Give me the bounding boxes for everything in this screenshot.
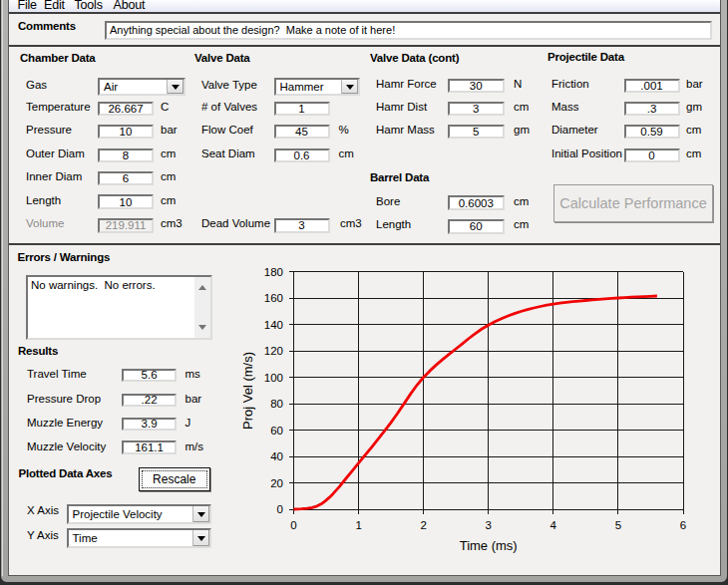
svg-text:6: 6 (680, 519, 686, 531)
svg-text:5: 5 (615, 519, 621, 531)
svg-text:Time (ms): Time (ms) (460, 538, 518, 553)
svg-text:4: 4 (550, 519, 557, 531)
svg-text:180: 180 (264, 266, 283, 278)
svg-text:0: 0 (277, 503, 283, 515)
svg-text:1: 1 (355, 519, 361, 531)
svg-text:0: 0 (290, 519, 296, 531)
svg-text:60: 60 (270, 425, 283, 437)
svg-text:140: 140 (264, 319, 283, 331)
svg-text:20: 20 (270, 477, 283, 489)
svg-text:80: 80 (270, 398, 283, 410)
svg-text:3: 3 (485, 519, 491, 531)
svg-text:100: 100 (264, 372, 283, 384)
svg-text:120: 120 (264, 345, 283, 357)
svg-text:2: 2 (420, 519, 426, 531)
svg-text:40: 40 (270, 450, 283, 462)
svg-text:160: 160 (264, 292, 283, 304)
svg-text:Proj Vel (m/s): Proj Vel (m/s) (240, 352, 255, 430)
